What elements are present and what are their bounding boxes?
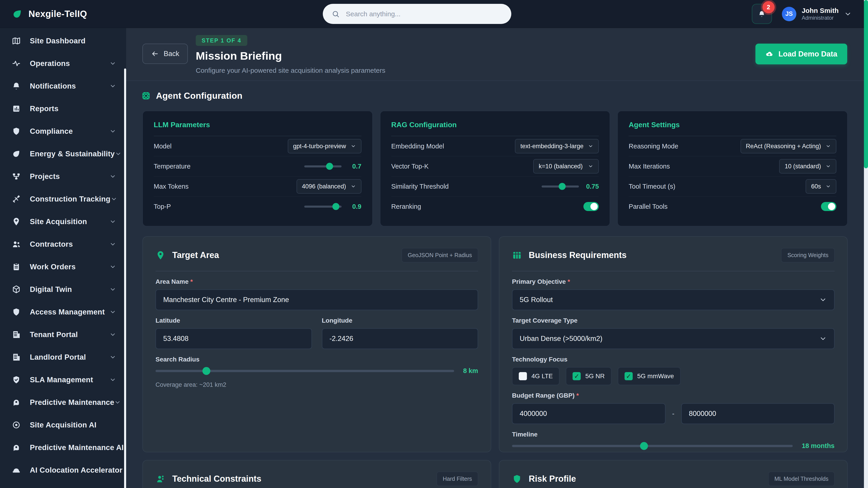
- max-iterations-select[interactable]: 10 (standard): [779, 159, 836, 173]
- sidebar-item-label: Operations: [30, 59, 70, 68]
- sidebar-item-label: Predictive Maintenance AI: [30, 443, 124, 452]
- timeline-label: Timeline: [512, 431, 835, 438]
- brand: Nexgile-TelIQ: [0, 8, 87, 20]
- config-row-label: Embedding Model: [391, 142, 444, 150]
- sidebar-item-predictive-maintenance-ai[interactable]: Predictive Maintenance AI: [0, 436, 126, 459]
- checked-checkbox[interactable]: ✓: [572, 372, 581, 380]
- top-p-slider[interactable]: [304, 205, 342, 207]
- primary-objective-value: 5G Rollout: [520, 296, 553, 304]
- primary-objective-label: Primary Objective *: [512, 278, 835, 285]
- latitude-input[interactable]: [156, 328, 312, 349]
- activity-icon: [12, 59, 21, 68]
- similarity-threshold-slider[interactable]: [541, 186, 579, 188]
- search-input[interactable]: [345, 10, 502, 18]
- sidebar-item-predictive-maintenance[interactable]: Predictive Maintenance: [0, 391, 126, 414]
- map-pin-icon: [156, 250, 165, 260]
- sidebar-item-contractors[interactable]: Contractors: [0, 233, 126, 256]
- business-requirements-header: Business Requirements Scoring Weights: [512, 248, 835, 262]
- load-demo-data-button[interactable]: Load Demo Data: [755, 43, 847, 64]
- budget-max-input[interactable]: [681, 403, 835, 424]
- config-row-similarity-threshold: Similarity Threshold0.75: [391, 176, 599, 197]
- tech-option-4g-lte[interactable]: 4G LTE: [512, 367, 559, 385]
- reranking-toggle[interactable]: [583, 202, 599, 211]
- tech-option-label: 5G NR: [585, 372, 604, 380]
- embedding-model-select[interactable]: text-embedding-3-large: [515, 139, 599, 153]
- search-radius-slider[interactable]: [156, 370, 454, 372]
- parallel-tools-toggle[interactable]: [821, 202, 836, 211]
- sidebar-item-label: Tenant Portal: [30, 330, 78, 339]
- vector-top-k-select[interactable]: k=10 (balanced): [533, 159, 599, 173]
- config-row-label: Max Tokens: [154, 183, 188, 190]
- shield-check-icon: [12, 375, 21, 384]
- model-select[interactable]: gpt-4-turbo-preview: [288, 139, 362, 153]
- app-root: Nexgile-TelIQ 2 JS John Smith Administra…: [0, 0, 868, 488]
- tech-option-5g-nr[interactable]: ✓5G NR: [566, 367, 612, 385]
- chevron-down-icon: [110, 83, 116, 90]
- reasoning-mode-select[interactable]: ReAct (Reasoning + Acting): [741, 139, 836, 153]
- timeline-slider-thumb[interactable]: [640, 442, 648, 450]
- temperature-slider[interactable]: [304, 165, 342, 167]
- sidebar-item-construction-tracking[interactable]: Construction Tracking: [0, 188, 126, 210]
- agent-config-heading: Agent Configuration: [143, 91, 848, 101]
- sidebar-item-landlord-portal[interactable]: Landlord Portal: [0, 346, 126, 368]
- sidebar-item-label: Reports: [30, 104, 59, 113]
- sidebar-item-access-management[interactable]: Access Management: [0, 301, 126, 323]
- checked-checkbox[interactable]: ✓: [625, 372, 633, 380]
- page-scrollbar-thumb[interactable]: [864, 0, 868, 168]
- users-gear-icon: [156, 474, 165, 484]
- bar-chart-icon: [12, 104, 21, 113]
- config-row-tool-timeout-s: Tool Timeout (s)60s: [629, 176, 836, 197]
- sidebar-item-notifications[interactable]: Notifications: [0, 75, 126, 97]
- timeline-slider[interactable]: [512, 445, 793, 447]
- sidebar-item-site-acquisition[interactable]: Site Acquisition: [0, 210, 126, 233]
- toggle-knob: [590, 203, 598, 210]
- shield-icon: [12, 127, 21, 136]
- map-pin-plus-icon: [12, 217, 21, 226]
- step-badge: STEP 1 OF 4: [196, 35, 247, 46]
- sidebar-item-digital-twin[interactable]: Digital Twin: [0, 278, 126, 301]
- config-row-label: Vector Top-K: [391, 163, 429, 170]
- sidebar-item-operations[interactable]: Operations: [0, 52, 126, 75]
- page-subtitle: Configure your AI-powered site acquisiti…: [196, 67, 385, 74]
- sidebar-item-tenant-portal[interactable]: Tenant Portal: [0, 323, 126, 346]
- budget-min-input[interactable]: [512, 403, 665, 424]
- tech-option-5g-mmwave[interactable]: ✓5G mmWave: [618, 367, 681, 385]
- sidebar-item-site-acquisition-ai[interactable]: Site Acquisition AI: [0, 414, 126, 436]
- area-name-input[interactable]: [156, 289, 478, 310]
- longitude-input[interactable]: [322, 328, 478, 349]
- slider-thumb[interactable]: [326, 163, 333, 170]
- target-area-header: Target Area GeoJSON Point + Radius: [156, 248, 478, 262]
- user-menu[interactable]: JS John Smith Administrator: [782, 7, 852, 21]
- sidebar-item-ai-colocation-accelerator[interactable]: AI Colocation Accelerator: [0, 459, 126, 482]
- page-scrollbar[interactable]: [864, 0, 868, 488]
- sidebar-item-compliance[interactable]: Compliance: [0, 120, 126, 142]
- gear-icon: [143, 92, 150, 99]
- search-radius-label: Search Radius: [156, 356, 478, 363]
- sidebar-scrollbar[interactable]: [124, 68, 126, 488]
- sidebar-item-public-portal[interactable]: Public Portal: [0, 482, 126, 488]
- avatar: JS: [782, 7, 796, 21]
- sidebar-item-reports[interactable]: Reports: [0, 97, 126, 120]
- target-area-card: Target Area GeoJSON Point + Radius Area …: [143, 236, 491, 452]
- page-header: Back STEP 1 OF 4 Mission Briefing Config…: [126, 28, 864, 81]
- sidebar-item-work-orders[interactable]: Work Orders: [0, 256, 126, 278]
- chevron-down-icon: [110, 241, 116, 248]
- sidebar-item-energy-sustainability[interactable]: Energy & Sustainability: [0, 142, 126, 165]
- notifications-button[interactable]: 2: [752, 4, 772, 24]
- unchecked-checkbox[interactable]: [519, 372, 527, 380]
- sidebar-item-projects[interactable]: Projects: [0, 165, 126, 188]
- slider-thumb[interactable]: [332, 203, 339, 210]
- global-search[interactable]: [323, 4, 511, 24]
- sidebar-item-label: Digital Twin: [30, 285, 72, 294]
- sidebar-item-site-dashboard[interactable]: Site Dashboard: [0, 30, 126, 52]
- tool-timeout-s-select[interactable]: 60s: [806, 179, 836, 194]
- max-tokens-select[interactable]: 4096 (balanced): [297, 179, 362, 194]
- chevron-down-icon: [111, 196, 117, 202]
- slider-thumb[interactable]: [559, 183, 566, 190]
- back-button[interactable]: Back: [143, 43, 188, 64]
- primary-objective-select[interactable]: 5G Rollout: [512, 289, 835, 310]
- tools-icon: [12, 195, 21, 203]
- coverage-type-select[interactable]: Urban Dense (>5000/km2): [512, 328, 835, 349]
- search-radius-slider-thumb[interactable]: [202, 367, 210, 375]
- sidebar-item-sla-management[interactable]: SLA Management: [0, 368, 126, 391]
